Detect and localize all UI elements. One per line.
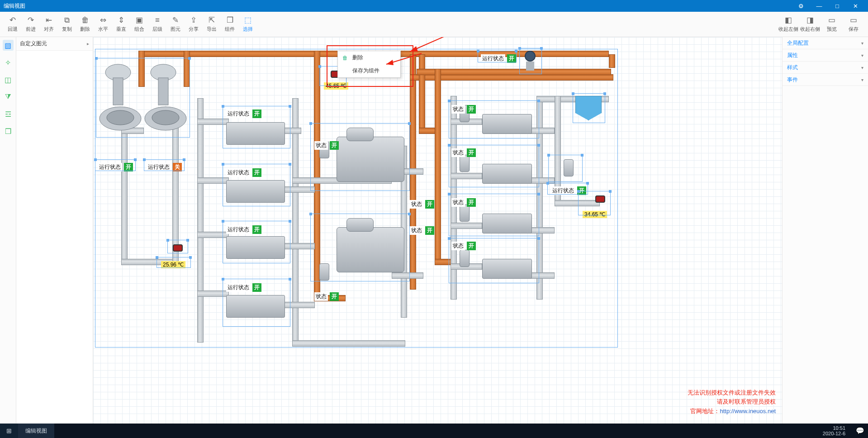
- select-button[interactable]: ⬚选择: [239, 13, 257, 36]
- plugin-icon[interactable]: ⧩: [3, 91, 14, 102]
- svg-point-3: [107, 110, 134, 125]
- status-label: 运行状态关: [147, 163, 182, 171]
- license-url[interactable]: http://www.ineuos.net: [720, 408, 776, 414]
- pump-right[interactable]: [143, 60, 188, 132]
- element-button[interactable]: ✎图元: [166, 13, 185, 36]
- chevron-down-icon: ▾: [861, 41, 863, 46]
- equipment[interactable]: [226, 180, 285, 203]
- equipment[interactable]: [226, 295, 285, 318]
- component-button[interactable]: ❒组件: [221, 13, 239, 36]
- svg-rect-1: [113, 78, 123, 105]
- collapse-left-button[interactable]: ◧收起左侧: [778, 13, 799, 36]
- close-button[interactable]: ✕: [846, 3, 864, 10]
- canvas[interactable]: 运行状态开 运行状态关 运行状态开 运行状态开 运行状态开 运行状态开 状态开 …: [93, 37, 782, 424]
- valve[interactable]: [460, 250, 470, 267]
- preview-button[interactable]: ▭预览: [821, 13, 843, 36]
- valve[interactable]: [319, 263, 329, 281]
- pump-left[interactable]: [98, 60, 143, 132]
- right-row-event[interactable]: 事件▾: [783, 74, 868, 86]
- export-icon: ⇱: [209, 16, 215, 25]
- equipment[interactable]: [226, 236, 285, 259]
- equipment[interactable]: [482, 164, 532, 184]
- group-button[interactable]: ▣组合: [130, 13, 148, 36]
- asset-panel-title: 自定义图元: [20, 40, 47, 48]
- layer-button[interactable]: ≡层级: [148, 13, 166, 36]
- window-title: 编辑视图: [4, 2, 25, 10]
- maximize-button[interactable]: □: [828, 3, 846, 10]
- equipment[interactable]: [226, 122, 285, 145]
- equipment[interactable]: [482, 114, 532, 134]
- right-row-attr[interactable]: 属性▾: [783, 49, 868, 62]
- horizontal-button[interactable]: ⇔水平: [94, 13, 112, 36]
- properties-panel: 全局配置▾ 属性▾ 样式▾ 事件▾: [782, 37, 868, 424]
- left-icon-bar: ▧ ✧ ◫ ⧩ ☲ ❒: [0, 37, 16, 424]
- taskbar: ⊞ 编辑视图 10:51 2020-12-6 💬: [0, 424, 868, 438]
- status-label: 状态开: [314, 141, 339, 150]
- magic-icon[interactable]: ✧: [3, 57, 14, 68]
- redo-button[interactable]: ↷前进: [22, 13, 40, 36]
- context-save-as-component[interactable]: 保存为组件: [338, 64, 400, 77]
- component-icon: ❒: [227, 16, 233, 25]
- valve[interactable]: [564, 159, 574, 176]
- temperature-readout: 34.65 ℃: [583, 211, 607, 218]
- chiller[interactable]: [337, 137, 404, 182]
- collapse-left-icon: ◧: [785, 16, 792, 25]
- horizontal-icon: ⇔: [100, 16, 106, 25]
- start-button[interactable]: ⊞: [0, 424, 18, 438]
- select-icon: ⬚: [244, 16, 251, 25]
- status-label: 运行状态开: [551, 186, 586, 195]
- undo-button[interactable]: ↶回退: [4, 13, 22, 36]
- vertical-button[interactable]: ⇕垂直: [112, 13, 130, 36]
- notifications-icon[interactable]: 💬: [852, 427, 868, 435]
- minimize-button[interactable]: —: [810, 3, 828, 10]
- status-label: 运行状态开: [98, 163, 133, 171]
- collapse-right-button[interactable]: ◨收起右侧: [799, 13, 821, 36]
- status-label: 状态开: [410, 226, 434, 235]
- collapse-right-icon: ◨: [806, 16, 814, 25]
- equipment[interactable]: [482, 259, 532, 279]
- status-label: 运行状态开: [226, 110, 261, 118]
- sensor[interactable]: [595, 195, 605, 203]
- settings-icon[interactable]: ⚙: [792, 3, 810, 10]
- right-row-global[interactable]: 全局配置▾: [783, 37, 868, 49]
- copy-button[interactable]: ⧉复制: [58, 13, 76, 36]
- license-warning: 无法识别授权文件或注册文件失效 请及时联系管理员授权 官网地址：http://w…: [688, 388, 776, 416]
- titlebar: 编辑视图 ⚙ — □ ✕: [0, 0, 868, 12]
- temperature-readout: 25.96 ℃: [161, 261, 185, 268]
- chiller[interactable]: [337, 227, 404, 272]
- status-label: 运行状态开: [226, 168, 261, 177]
- share-button[interactable]: ⇪分享: [185, 13, 203, 36]
- align-button[interactable]: ⇤对齐: [40, 13, 58, 36]
- chevron-down-icon: ▾: [861, 53, 863, 58]
- valve[interactable]: [460, 155, 470, 172]
- share-icon: ⇪: [190, 16, 197, 25]
- preview-icon: ▭: [828, 16, 835, 25]
- system-tray[interactable]: 10:51 2020-12-6: [816, 425, 852, 436]
- sensor[interactable]: [173, 244, 183, 252]
- equipment[interactable]: [482, 214, 532, 233]
- cube-icon[interactable]: ❒: [3, 126, 14, 137]
- layer-icon: ≡: [155, 16, 160, 25]
- status-label: 状态开: [451, 105, 476, 114]
- chevron-right-icon: ▸: [87, 41, 89, 46]
- context-delete[interactable]: 🗑删除: [338, 51, 400, 64]
- taskbar-app[interactable]: 编辑视图: [18, 424, 54, 438]
- svg-point-7: [152, 110, 179, 125]
- list-icon[interactable]: ☲: [3, 109, 14, 119]
- valve[interactable]: [460, 205, 470, 222]
- flowmeter[interactable]: [523, 51, 537, 71]
- asset-panel-header[interactable]: 自定义图元 ▸: [16, 37, 93, 51]
- chart-icon[interactable]: ◫: [3, 74, 14, 85]
- temperature-readout: 45.65 ℃: [324, 82, 348, 90]
- right-row-style[interactable]: 样式▾: [783, 62, 868, 74]
- redo-icon: ↷: [28, 16, 34, 25]
- status-label: 运行状态开: [226, 283, 261, 292]
- chiller-motor[interactable]: [346, 128, 374, 141]
- chiller-motor[interactable]: [346, 218, 374, 232]
- group-icon: ▣: [136, 16, 143, 25]
- chevron-down-icon: ▾: [861, 77, 863, 82]
- shapes-icon[interactable]: ▧: [3, 40, 14, 51]
- save-button[interactable]: ▭保存: [843, 13, 864, 36]
- delete-button[interactable]: 🗑删除: [76, 13, 94, 36]
- export-button[interactable]: ⇱导出: [203, 13, 221, 36]
